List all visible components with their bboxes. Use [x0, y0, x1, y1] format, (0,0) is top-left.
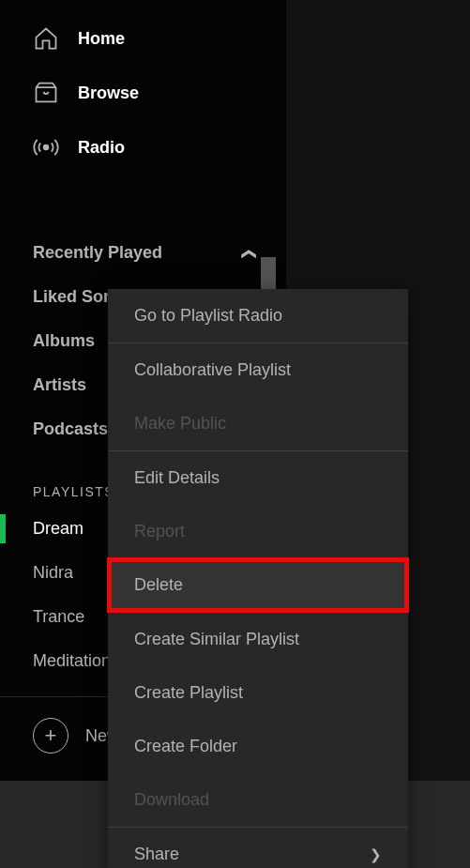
nav-browse-label: Browse: [78, 84, 139, 103]
radio-icon: [33, 134, 59, 160]
home-icon: [33, 25, 59, 52]
podcasts-label: Podcasts: [33, 419, 108, 439]
menu-create-folder[interactable]: Create Folder: [108, 720, 408, 773]
nav-radio-label: Radio: [78, 138, 125, 158]
menu-download: Download: [108, 773, 408, 827]
artists-label: Artists: [33, 375, 86, 395]
menu-share-label: Share: [134, 845, 179, 864]
menu-playlist-radio[interactable]: Go to Playlist Radio: [108, 289, 408, 343]
menu-create-playlist[interactable]: Create Playlist: [108, 666, 408, 720]
chevron-up-icon: ❯: [239, 247, 256, 259]
playlist-context-menu: Go to Playlist Radio Collaborative Playl…: [108, 289, 408, 868]
menu-collaborative[interactable]: Collaborative Playlist: [108, 343, 408, 397]
plus-icon: +: [33, 718, 68, 754]
menu-share[interactable]: Share ❯: [108, 828, 408, 868]
nav-browse[interactable]: Browse: [0, 66, 286, 120]
nav-radio[interactable]: Radio: [0, 120, 286, 175]
recently-played-label: Recently Played: [33, 243, 162, 263]
scrollbar-thumb[interactable]: [261, 257, 276, 293]
nav-home[interactable]: Home: [0, 11, 286, 66]
albums-label: Albums: [33, 331, 95, 351]
menu-edit-details[interactable]: Edit Details: [108, 451, 408, 505]
browse-icon: [33, 80, 59, 106]
menu-delete[interactable]: Delete: [108, 558, 408, 612]
nav-home-label: Home: [78, 29, 125, 49]
menu-report: Report: [108, 505, 408, 558]
library-recently-played[interactable]: Recently Played ❯: [33, 231, 253, 275]
chevron-right-icon: ❯: [370, 846, 382, 863]
menu-make-public: Make Public: [108, 397, 408, 450]
svg-point-0: [44, 145, 49, 150]
menu-create-similar[interactable]: Create Similar Playlist: [108, 613, 408, 666]
